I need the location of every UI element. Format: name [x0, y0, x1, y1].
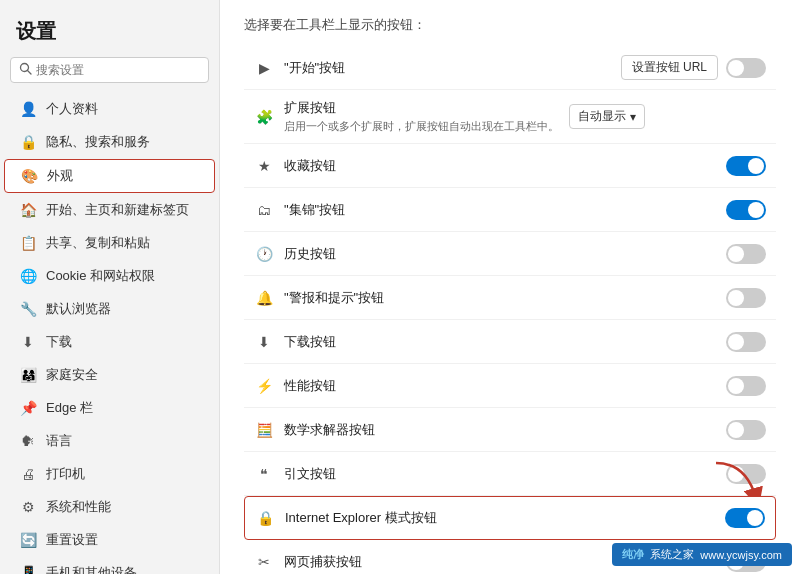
sidebar-item-profile[interactable]: 👤 个人资料	[4, 93, 215, 125]
nav-label-appearance: 外观	[47, 167, 73, 185]
url-button[interactable]: 设置按钮 URL	[621, 55, 718, 80]
setting-control-ie-btn	[725, 508, 765, 528]
nav-label-languages: 语言	[46, 432, 72, 450]
toggle-history-btn[interactable]	[726, 244, 766, 264]
toggle-citation-btn[interactable]	[726, 464, 766, 484]
nav-icon-download: ⬇	[20, 334, 36, 350]
setting-label-wrap-extension-btn: 扩展按钮 启用一个或多个扩展时，扩展按钮自动出现在工具栏中。	[284, 99, 559, 134]
svg-line-1	[28, 71, 32, 75]
setting-row-citation-btn: ❝ 引文按钮	[244, 452, 776, 496]
sidebar-item-reset[interactable]: 🔄 重置设置	[4, 524, 215, 556]
setting-label-calculator-btn: 数学求解器按钮	[284, 421, 716, 439]
setting-icon-calculator-btn: 🧮	[254, 420, 274, 440]
setting-control-citation-btn	[726, 464, 766, 484]
setting-control-alerts-btn	[726, 288, 766, 308]
watermark: 纯净 系统之家 www.ycwjsy.com	[612, 543, 792, 566]
watermark-text: 系统之家	[650, 547, 694, 562]
toggle-performance-btn[interactable]	[726, 376, 766, 396]
setting-icon-ie-btn: 🔒	[255, 508, 275, 528]
setting-control-favorites-btn	[726, 156, 766, 176]
setting-row-download-btn: ⬇ 下载按钮	[244, 320, 776, 364]
setting-label-performance-btn: 性能按钮	[284, 377, 716, 395]
sidebar-item-edge-bar[interactable]: 📌 Edge 栏	[4, 392, 215, 424]
nav-icon-print: 🖨	[20, 466, 36, 482]
sidebar-item-share[interactable]: 📋 共享、复制和粘贴	[4, 227, 215, 259]
setting-icon-download-btn: ⬇	[254, 332, 274, 352]
toggle-calculator-btn[interactable]	[726, 420, 766, 440]
main-content: 选择要在工具栏上显示的按钮： ▶ "开始"按钮 设置按钮 URL 🧩 扩展按钮 …	[220, 0, 800, 574]
setting-label-download-btn: 下载按钮	[284, 333, 716, 351]
nav-label-cookies: Cookie 和网站权限	[46, 267, 155, 285]
setting-icon-collections-btn: 🗂	[254, 200, 274, 220]
nav-icon-edge-bar: 📌	[20, 400, 36, 416]
sidebar-item-appearance[interactable]: 🎨 外观	[4, 159, 215, 193]
search-icon	[19, 62, 32, 78]
toggle-ie-btn[interactable]	[725, 508, 765, 528]
search-input[interactable]	[36, 63, 200, 77]
toggle-collections-btn[interactable]	[726, 200, 766, 220]
setting-row-calculator-btn: 🧮 数学求解器按钮	[244, 408, 776, 452]
setting-label-collections-btn: "集锦"按钮	[284, 201, 716, 219]
setting-row-favorites-btn: ★ 收藏按钮	[244, 144, 776, 188]
nav-icon-reset: 🔄	[20, 532, 36, 548]
setting-icon-favorites-btn: ★	[254, 156, 274, 176]
setting-icon-extension-btn: 🧩	[254, 107, 274, 127]
setting-control-extension-btn: 自动显示 ▾	[569, 104, 645, 129]
nav-label-print: 打印机	[46, 465, 85, 483]
nav-label-default: 默认浏览器	[46, 300, 111, 318]
setting-row-extension-btn: 🧩 扩展按钮 启用一个或多个扩展时，扩展按钮自动出现在工具栏中。 自动显示 ▾	[244, 90, 776, 144]
nav-label-privacy: 隐私、搜索和服务	[46, 133, 150, 151]
sidebar: 设置 👤 个人资料 🔒 隐私、搜索和服务 🎨 外观 🏠 开始、主页和新建标签页 …	[0, 0, 220, 574]
sidebar-item-system[interactable]: ⚙ 系统和性能	[4, 491, 215, 523]
setting-control-performance-btn	[726, 376, 766, 396]
watermark-logo: 纯净	[622, 547, 644, 562]
setting-label-extension-btn: 扩展按钮	[284, 99, 559, 117]
nav-icon-appearance: 🎨	[21, 168, 37, 184]
toggle-start-btn[interactable]	[726, 58, 766, 78]
sidebar-title: 设置	[0, 10, 219, 57]
search-box[interactable]	[10, 57, 209, 83]
setting-label-start-btn: "开始"按钮	[284, 59, 611, 77]
setting-row-performance-btn: ⚡ 性能按钮	[244, 364, 776, 408]
nav-label-start: 开始、主页和新建标签页	[46, 201, 189, 219]
nav-icon-family: 👨‍👩‍👧	[20, 367, 36, 383]
setting-control-download-btn	[726, 332, 766, 352]
nav-icon-cookies: 🌐	[20, 268, 36, 284]
nav-label-download: 下载	[46, 333, 72, 351]
toggle-favorites-btn[interactable]	[726, 156, 766, 176]
sidebar-item-privacy[interactable]: 🔒 隐私、搜索和服务	[4, 126, 215, 158]
dropdown-extension-btn[interactable]: 自动显示 ▾	[569, 104, 645, 129]
sidebar-item-download[interactable]: ⬇ 下载	[4, 326, 215, 358]
setting-icon-alerts-btn: 🔔	[254, 288, 274, 308]
nav-label-edge-bar: Edge 栏	[46, 399, 93, 417]
sidebar-item-start[interactable]: 🏠 开始、主页和新建标签页	[4, 194, 215, 226]
sidebar-item-mobile[interactable]: 📱 手机和其他设备	[4, 557, 215, 574]
sidebar-item-default[interactable]: 🔧 默认浏览器	[4, 293, 215, 325]
setting-control-calculator-btn	[726, 420, 766, 440]
sidebar-item-family[interactable]: 👨‍👩‍👧 家庭安全	[4, 359, 215, 391]
setting-row-history-btn: 🕐 历史按钮	[244, 232, 776, 276]
setting-label-alerts-btn: "警报和提示"按钮	[284, 289, 716, 307]
nav-label-reset: 重置设置	[46, 531, 98, 549]
setting-label-history-btn: 历史按钮	[284, 245, 716, 263]
sidebar-item-print[interactable]: 🖨 打印机	[4, 458, 215, 490]
setting-icon-start-btn: ▶	[254, 58, 274, 78]
nav-icon-privacy: 🔒	[20, 134, 36, 150]
sidebar-item-cookies[interactable]: 🌐 Cookie 和网站权限	[4, 260, 215, 292]
setting-control-history-btn	[726, 244, 766, 264]
toggle-alerts-btn[interactable]	[726, 288, 766, 308]
nav-label-system: 系统和性能	[46, 498, 111, 516]
nav-icon-start: 🏠	[20, 202, 36, 218]
nav-label-mobile: 手机和其他设备	[46, 564, 137, 574]
setting-icon-citation-btn: ❝	[254, 464, 274, 484]
sidebar-item-languages[interactable]: 🗣 语言	[4, 425, 215, 457]
watermark-url: www.ycwjsy.com	[700, 549, 782, 561]
setting-label-citation-btn: 引文按钮	[284, 465, 716, 483]
setting-sublabel-extension-btn: 启用一个或多个扩展时，扩展按钮自动出现在工具栏中。	[284, 119, 559, 134]
nav-icon-profile: 👤	[20, 101, 36, 117]
setting-label-ie-btn: Internet Explorer 模式按钮	[285, 509, 715, 527]
toggle-download-btn[interactable]	[726, 332, 766, 352]
nav-list: 👤 个人资料 🔒 隐私、搜索和服务 🎨 外观 🏠 开始、主页和新建标签页 📋 共…	[0, 93, 219, 574]
setting-icon-history-btn: 🕐	[254, 244, 274, 264]
setting-row-start-btn: ▶ "开始"按钮 设置按钮 URL	[244, 46, 776, 90]
